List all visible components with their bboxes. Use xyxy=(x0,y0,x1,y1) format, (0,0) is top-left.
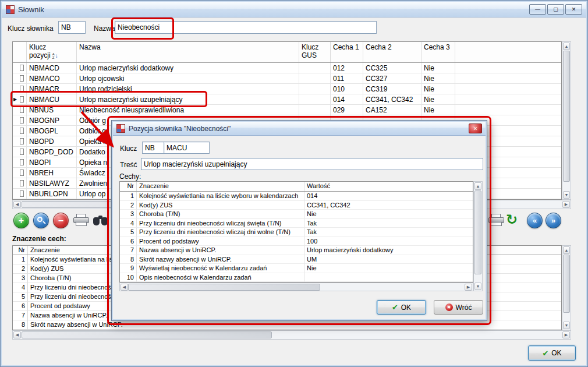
print-button[interactable] xyxy=(73,214,89,227)
feature-row[interactable]: 6Procent od podstawy100 xyxy=(120,237,473,246)
col-klucz-pozycji[interactable]: Klucz pozycjiAZ↓ xyxy=(27,42,77,62)
main-table-vscrollbar[interactable]: ▲ ▼ xyxy=(562,41,571,200)
cell-klucz-gus xyxy=(299,94,331,105)
row-checkbox[interactable] xyxy=(20,65,24,71)
cell-cecha2: CC341, CC342 xyxy=(363,94,421,105)
row-checkbox[interactable] xyxy=(20,128,24,134)
cell-nr: 7 xyxy=(13,311,28,320)
col-klucz-gus[interactable]: KluczGUS xyxy=(299,42,331,62)
cell-cecha3: Nie xyxy=(421,73,455,84)
feature-row[interactable]: 2Kod(y) ZUSCC341, CC342 xyxy=(120,201,473,210)
cell-znaczenie: Wyświetlaj nieobecność w Kalendarzu zada… xyxy=(137,264,304,273)
dialog-key-input[interactable] xyxy=(164,142,210,154)
close-button[interactable]: ✕ xyxy=(565,4,582,15)
print-list-button[interactable] xyxy=(488,214,504,227)
scroll-up-icon[interactable]: ▲ xyxy=(474,182,481,190)
row-checkbox[interactable] xyxy=(20,170,24,176)
feature-row[interactable]: 9Wyświetlaj nieobecność w Kalendarzu zad… xyxy=(120,264,473,273)
dialog-key-prefix-input[interactable] xyxy=(142,142,164,154)
table-row[interactable]: NBMACDUrlop macierzyński dodatkowy012CC3… xyxy=(13,63,561,73)
last-record-button[interactable]: » xyxy=(546,213,561,228)
row-checkbox[interactable] xyxy=(20,107,24,113)
find-button[interactable] xyxy=(93,215,108,227)
row-checkbox[interactable] xyxy=(20,149,24,155)
dictionary-name-input[interactable] xyxy=(115,21,377,34)
scroll-up-icon[interactable]: ▲ xyxy=(563,43,570,50)
ok-button[interactable]: ✔ OK xyxy=(528,345,576,361)
minimize-button[interactable]: — xyxy=(529,4,546,15)
feature-row[interactable]: 1Kolejność wyświetlania na liście wyboru… xyxy=(120,192,473,201)
cell-nr: 8 xyxy=(120,255,137,264)
magnifier-icon xyxy=(37,216,45,225)
scroll-up-icon[interactable]: ▲ xyxy=(563,246,570,254)
row-checkbox[interactable] xyxy=(20,159,24,165)
cell-znaczenie: Nazwa absencji w UniRCP. xyxy=(137,246,304,255)
cell-cecha1: 029 xyxy=(331,105,363,115)
first-record-button[interactable]: « xyxy=(527,213,543,228)
edit-search-button[interactable] xyxy=(33,213,49,228)
window-title: Słownik xyxy=(18,5,44,14)
row-checkbox[interactable] xyxy=(20,75,24,82)
feature-row[interactable]: 3Choroba (T/N)Nie xyxy=(120,210,473,219)
feature-row[interactable]: 5Przy liczeniu dni nieobecności wliczaj … xyxy=(120,228,473,237)
row-checkbox[interactable] xyxy=(20,96,24,103)
legend-vscrollbar[interactable]: ▲ ▼ xyxy=(562,245,571,330)
scroll-left-icon[interactable]: ◀ xyxy=(121,284,128,291)
table-row[interactable]: NBMACOUrlop ojcowski011CC327Nie xyxy=(13,73,561,84)
scroll-down-icon[interactable]: ▼ xyxy=(474,283,481,290)
scroll-right-icon[interactable]: ▶ xyxy=(562,201,570,208)
scroll-thumb[interactable] xyxy=(22,331,272,338)
row-checkbox[interactable] xyxy=(20,86,24,92)
col-cecha3[interactable]: Cecha 3 xyxy=(421,42,455,62)
row-marker xyxy=(13,136,17,147)
col-cecha1[interactable]: Cecha 1 xyxy=(331,42,363,62)
cell-klucz-gus xyxy=(299,84,331,94)
scroll-left-icon[interactable]: ◀ xyxy=(13,201,21,208)
scroll-thumb[interactable] xyxy=(474,190,481,274)
scroll-down-icon[interactable]: ▼ xyxy=(563,191,570,199)
col-cecha2[interactable]: Cecha 2 xyxy=(363,42,421,62)
scroll-thumb[interactable] xyxy=(563,51,570,182)
sort-az-icon: AZ xyxy=(52,52,55,59)
dictionary-key-input[interactable] xyxy=(58,21,86,34)
row-checkbox[interactable] xyxy=(20,190,24,197)
scroll-right-icon[interactable]: ▶ xyxy=(465,284,472,291)
ok-button-label: OK xyxy=(551,349,561,357)
refresh-button[interactable]: ↻ xyxy=(506,213,518,227)
add-button[interactable]: + xyxy=(13,213,29,228)
table-row[interactable]: NBMACRUrlop rodzicielski010CC319Nie xyxy=(13,84,561,94)
cell-znaczenie: Skrót nazwy absencji w UniRCP. xyxy=(28,320,561,330)
dialog-back-button[interactable]: ✖ Wróć xyxy=(434,300,483,315)
dialog-content-input[interactable] xyxy=(141,158,483,170)
feature-row[interactable]: 7Nazwa absencji w UniRCP.Urlop macierzyń… xyxy=(120,246,473,255)
legend-row[interactable]: 8Skrót nazwy absencji w UniRCP. xyxy=(13,320,561,330)
cell-wartosc: Nie xyxy=(304,264,473,273)
cell-nazwa: Nieobecność nieusprawiedliwiona xyxy=(77,105,299,115)
row-checkbox[interactable] xyxy=(20,138,24,144)
scroll-left-icon[interactable]: ◀ xyxy=(13,331,21,338)
table-row[interactable]: ▶NBMACUUrlop macierzyński uzupełniający0… xyxy=(13,94,561,105)
legend-hscrollbar[interactable]: ◀ ▶ xyxy=(12,330,571,340)
feature-row[interactable]: 10Opis nieobecności w Kalendarzu zadań xyxy=(120,273,473,283)
row-checkbox[interactable] xyxy=(20,180,24,186)
maximize-button[interactable]: ▢ xyxy=(547,4,564,15)
cell-nr: 9 xyxy=(120,264,137,273)
features-hscrollbar[interactable]: ◀ ▶ xyxy=(119,283,473,291)
cell-klucz-gus xyxy=(299,105,331,115)
cell-wartosc: Nie xyxy=(304,210,473,219)
table-row[interactable]: NBNUSNieobecność nieusprawiedliwiona029C… xyxy=(13,105,561,115)
feature-row[interactable]: 4Przy liczeniu dni nieobecności wliczaj … xyxy=(120,219,473,228)
scroll-down-icon[interactable]: ▼ xyxy=(563,322,570,329)
row-checkbox[interactable] xyxy=(20,117,24,123)
feature-row[interactable]: 8Skrót nazwy absencji w UniRCP.UM xyxy=(120,255,473,264)
dialog-ok-button[interactable]: ✔ OK xyxy=(377,300,426,315)
scroll-thumb[interactable] xyxy=(128,284,320,291)
dialog-close-button[interactable]: ✕ xyxy=(469,123,482,133)
col-nazwa[interactable]: Nazwa xyxy=(77,42,299,62)
scroll-right-icon[interactable]: ▶ xyxy=(562,331,570,338)
delete-button[interactable]: − xyxy=(53,213,69,228)
cell-wartosc xyxy=(304,273,473,283)
cell-nr: 2 xyxy=(13,264,28,274)
scroll-thumb[interactable] xyxy=(563,255,570,313)
features-vscrollbar[interactable]: ▲ ▼ xyxy=(473,181,483,291)
